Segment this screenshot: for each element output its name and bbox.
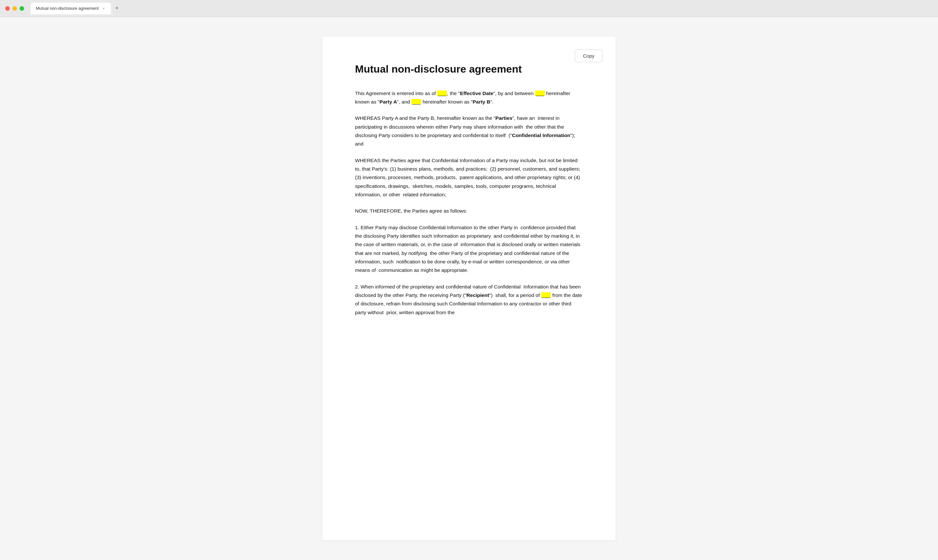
maximize-button[interactable]: [20, 6, 24, 11]
bold-confidential-information: Confidential Information: [512, 132, 570, 138]
bold-party-b: Party B: [473, 99, 490, 105]
document-body: This Agreement is entered into as of ___…: [355, 89, 583, 317]
traffic-lights: [5, 6, 24, 11]
numbered-item-2: 2. When informed of the proprietary and …: [355, 283, 583, 317]
bold-parties: Parties: [495, 115, 512, 121]
main-area: Copy Mutual non-disclosure agreement Thi…: [0, 17, 938, 560]
highlight-date1: ___: [437, 91, 447, 96]
bold-party-a: Party A: [379, 99, 397, 105]
document-container: Copy Mutual non-disclosure agreement Thi…: [322, 37, 616, 540]
copy-button-container: Copy: [575, 49, 602, 62]
document-title: Mutual non-disclosure agreement: [355, 63, 583, 76]
paragraph-1: This Agreement is entered into as of ___…: [355, 89, 583, 106]
copy-button[interactable]: Copy: [575, 49, 602, 62]
new-tab-button[interactable]: +: [112, 4, 122, 13]
highlight-date2: ___: [535, 91, 545, 96]
paragraph-3: WHEREAS the Parties agree that Confident…: [355, 156, 583, 199]
paragraph-2: WHEREAS Party A and the Party B, hereina…: [355, 114, 583, 148]
tab-title: Mutual non-disclosure agreement: [36, 6, 99, 11]
highlight-date3: ___: [411, 99, 421, 105]
tab-close-icon[interactable]: ×: [101, 6, 106, 11]
highlight-date4: ___: [541, 292, 551, 298]
close-button[interactable]: [5, 6, 10, 11]
numbered-item-1: 1. Either Party may disclose Confidentia…: [355, 223, 583, 275]
minimize-button[interactable]: [12, 6, 17, 11]
bold-recipient: Recipient: [467, 292, 489, 298]
paragraph-4: NOW, THEREFORE, the Parties agree as fol…: [355, 207, 583, 215]
tab-bar: Mutual non-disclosure agreement × +: [31, 3, 122, 14]
bold-effective-date: Effective Date: [460, 91, 493, 96]
browser-chrome: Mutual non-disclosure agreement × +: [0, 0, 938, 17]
active-tab[interactable]: Mutual non-disclosure agreement ×: [31, 3, 111, 14]
